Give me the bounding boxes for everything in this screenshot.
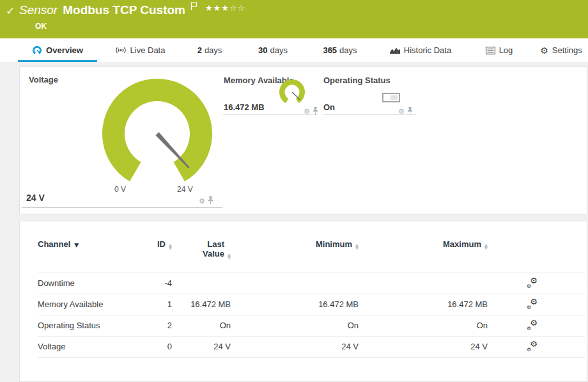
tab-number: 365 <box>323 45 337 55</box>
channel-last-value: On <box>173 315 232 336</box>
log-icon <box>486 47 495 54</box>
tab-live-data[interactable]: Live Data <box>105 38 174 62</box>
tab-historic-data[interactable]: Historic Data <box>382 38 459 62</box>
table-row: Memory Available 1 16.472 MB 16.472 MB 1… <box>38 294 585 315</box>
sort-icon: ▲▼ <box>484 244 488 250</box>
tab-label: Overview <box>46 45 83 55</box>
edit-channel-gears-icon[interactable]: ⚙⚙ <box>527 342 538 352</box>
sort-desc-icon: ▼ <box>74 242 79 248</box>
gauge-needle <box>155 132 189 169</box>
channel-maximum: 16.472 MB <box>360 294 489 315</box>
column-header-actions <box>489 235 539 273</box>
channel-last-value: 16.472 MB <box>173 294 232 315</box>
table-row: Operating Status 2 On On On ⚙⚙ <box>38 315 585 336</box>
tab-365-days[interactable]: 365 days <box>311 38 369 62</box>
column-header-last-value[interactable]: Last Value▲▼ <box>173 235 232 273</box>
channel-name[interactable]: Operating Status <box>38 315 128 336</box>
voltage-gauge-title: Voltage <box>29 75 58 84</box>
operating-status-toggle <box>382 93 400 102</box>
column-header-id[interactable]: ID▲▼ <box>128 235 173 273</box>
channel-settings-gear-icon[interactable]: ⚙ <box>398 108 405 115</box>
tab-label: Settings <box>552 45 582 55</box>
operating-status-title: Operating Status <box>323 76 391 85</box>
cell-divider <box>223 115 317 115</box>
channel-id: -4 <box>128 273 173 294</box>
channel-name[interactable]: Memory Available <box>38 294 128 315</box>
channel-id: 2 <box>128 315 173 336</box>
tab-label: days <box>205 45 222 55</box>
sensor-status-badge: OK <box>35 22 47 31</box>
tab-label: days <box>339 45 357 55</box>
channel-settings-gear-icon[interactable]: ⚙ <box>199 198 205 205</box>
live-data-icon <box>115 46 127 54</box>
channel-last-value: 24 V <box>173 336 232 357</box>
pin-icon[interactable] <box>208 195 213 207</box>
tab-number: 30 <box>258 45 267 55</box>
gauges-panel: Voltage 0 V 24 V 24 V ⚙ Memory Available… <box>19 67 587 214</box>
gear-icon: ⚙ <box>540 46 548 55</box>
channel-minimum: 24 V <box>232 336 360 357</box>
sort-icon: ▲▼ <box>355 244 359 250</box>
memory-gauge <box>277 79 307 111</box>
pin-icon[interactable] <box>313 106 318 117</box>
tab-label: Historic Data <box>404 45 451 55</box>
operating-status-value: On <box>323 102 335 112</box>
edit-channel-gears-icon[interactable]: ⚙⚙ <box>527 278 538 289</box>
sensor-header: ✓ Sensor Modbus TCP Custom ★★★☆☆ OK <box>0 0 588 38</box>
sort-icon: ▲▼ <box>169 244 172 250</box>
area-chart-icon <box>390 46 400 54</box>
channel-minimum <box>232 273 360 294</box>
voltage-scale-max: 24 V <box>177 185 193 194</box>
priority-flag-icon[interactable] <box>190 2 197 13</box>
channel-maximum: On <box>360 315 489 336</box>
channel-id: 0 <box>128 336 173 357</box>
sensor-title: Modbus TCP Custom <box>63 3 185 17</box>
channel-name[interactable]: Voltage <box>38 336 128 357</box>
edit-channel-gears-icon[interactable]: ⚙⚙ <box>527 299 538 310</box>
column-header-filler <box>539 235 585 273</box>
table-row: Voltage 0 24 V 24 V 24 V ⚙⚙ <box>38 336 585 357</box>
tab-number: 2 <box>197 45 202 55</box>
pin-icon[interactable] <box>407 106 413 117</box>
cell-divider <box>22 207 222 208</box>
channel-minimum: 16.472 MB <box>232 294 360 315</box>
voltage-scale-min: 0 V <box>114 185 126 194</box>
column-header-maximum[interactable]: Maximum▲▼ <box>360 235 489 273</box>
gauge-icon <box>32 45 42 56</box>
tab-2-days[interactable]: 2 days <box>187 38 233 62</box>
cell-divider <box>323 115 416 115</box>
column-header-channel[interactable]: Channel▼ <box>38 235 128 273</box>
table-header-row: Channel▼ ID▲▼ Last Value▲▼ Minimum▲▼ Max… <box>38 235 585 273</box>
sensor-kind-label: Sensor <box>19 3 58 17</box>
tab-label: Log <box>499 45 513 55</box>
tab-label: days <box>270 45 288 55</box>
tab-bar: Overview Live Data 2 days 30 days 365 da… <box>0 38 588 62</box>
voltage-gauge <box>95 76 220 193</box>
table-row: Downtime -4 ⚙⚙ <box>38 273 585 294</box>
rating-stars[interactable]: ★★★☆☆ <box>205 3 245 13</box>
voltage-value: 24 V <box>26 193 45 203</box>
sort-icon: ▲▼ <box>228 253 231 259</box>
channel-name[interactable]: Downtime <box>38 273 128 294</box>
edit-channel-gears-icon[interactable]: ⚙⚙ <box>527 321 538 331</box>
channels-table: Channel▼ ID▲▼ Last Value▲▼ Minimum▲▼ Max… <box>38 235 585 358</box>
tab-settings[interactable]: ⚙ Settings <box>536 38 587 62</box>
channel-id: 1 <box>128 294 173 315</box>
memory-value: 16.472 MB <box>224 102 265 112</box>
column-header-minimum[interactable]: Minimum▲▼ <box>232 235 360 273</box>
channel-maximum <box>360 273 489 294</box>
channel-settings-gear-icon[interactable]: ⚙ <box>304 108 310 115</box>
channel-maximum: 24 V <box>360 336 489 357</box>
tab-label: Live Data <box>130 45 166 55</box>
tab-log[interactable]: Log <box>478 38 520 62</box>
channel-minimum: On <box>232 315 360 336</box>
channels-table-panel: Channel▼ ID▲▼ Last Value▲▼ Minimum▲▼ Max… <box>19 221 587 382</box>
tab-overview[interactable]: Overview <box>18 38 97 62</box>
channel-last-value <box>173 273 232 294</box>
status-ok-check-icon: ✓ <box>6 4 15 17</box>
toggle-knob <box>391 95 398 100</box>
tab-30-days[interactable]: 30 days <box>248 38 298 62</box>
